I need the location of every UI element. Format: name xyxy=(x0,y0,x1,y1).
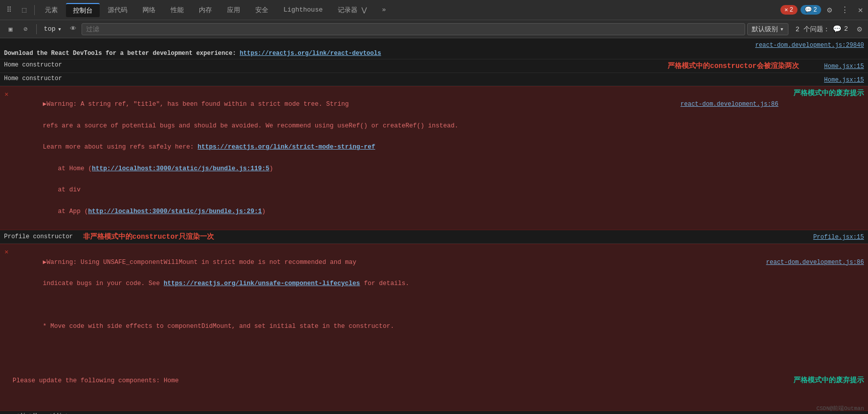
top-toolbar: ⠿ ⬚ 元素 控制台 源代码 网络 性能 内存 应用 安全 Lighthouse… xyxy=(0,0,868,20)
error-badge[interactable]: ✕ 2 xyxy=(780,5,797,15)
error1-text-3: Learn more about using refs safely here: xyxy=(43,144,198,151)
error1-annotation-container: 严格模式中的废弃提示 xyxy=(778,89,864,98)
error1-text-at2: at div xyxy=(43,186,81,193)
home-constructor-source-1[interactable]: Home.jsx:15 xyxy=(824,63,864,70)
error1-link3[interactable]: http://localhost:3000/static/js/bundle.j… xyxy=(88,208,262,215)
console-settings-icon[interactable]: ⚙ xyxy=(855,23,864,35)
error1-source[interactable]: react-dom.development.js:86 xyxy=(681,99,778,109)
tab-recorder[interactable]: 记录器 ⋁ xyxy=(331,4,374,17)
error2-triangle[interactable]: ▶ xyxy=(43,259,47,266)
home-constructor-label-2: Home constructor xyxy=(4,75,62,84)
devtools-notice-row: react-dom.development.js:29840 Download … xyxy=(0,38,868,59)
error1-text-2: refs are a source of potential bugs and … xyxy=(43,122,458,129)
context-selector[interactable]: top ▾ xyxy=(41,24,64,34)
home-constructor-right-1: 严格模式中的constructor会被渲染两次 Home.jsx:15 xyxy=(668,61,864,71)
home-constructor-label-1: Home constructor xyxy=(4,61,62,71)
issues-count: 2 xyxy=(844,25,848,33)
filter-input[interactable] xyxy=(82,23,745,35)
error1-triangle[interactable]: ▶ xyxy=(43,101,47,108)
watermark: CSDN@前端Outman xyxy=(816,404,864,412)
error1-link1[interactable]: https://reactjs.org/link/strict-mode-str… xyxy=(198,144,376,151)
more-options-icon[interactable]: ⋮ xyxy=(838,4,852,16)
error-x-icon: ✕ xyxy=(784,6,788,14)
error-block-1: ✕ ▶Warning: A string ref, "title", has b… xyxy=(0,86,868,230)
tab-lighthouse[interactable]: Lighthouse xyxy=(276,4,330,16)
error2-text-3: * Move code with side effects to compone… xyxy=(43,323,394,330)
error1-text-at3-post: ) xyxy=(262,208,266,215)
error1-text-1: Warning: A string ref, "title", has been… xyxy=(47,101,360,108)
devtools-source[interactable]: react-dom.development.js:29840 xyxy=(755,42,864,49)
chat-count: 2 xyxy=(814,7,817,14)
tab-more[interactable]: » xyxy=(375,4,393,16)
level-chevron-icon: ▾ xyxy=(780,25,784,33)
issues-label: 2 个问题： xyxy=(795,25,830,34)
devtools-message: Download the React DevTools for a better… xyxy=(4,50,381,57)
error2-source[interactable]: react-dom.development.js:86 xyxy=(766,257,864,267)
context-chevron-icon: ▾ xyxy=(57,25,61,33)
devtools-source-line: react-dom.development.js:29840 xyxy=(4,40,864,50)
error-body-2: ▶Warning: Using UNSAFE_componentWillMoun… xyxy=(13,246,864,408)
chat-icon: 💬 xyxy=(805,6,812,14)
device-toggle-icon[interactable]: ⬚ xyxy=(17,3,31,17)
console-toolbar-separator-1 xyxy=(36,24,37,34)
tab-memory[interactable]: 内存 xyxy=(192,4,219,17)
error-body-1: ▶Warning: A string ref, "title", has bee… xyxy=(13,89,778,228)
issues-badge[interactable]: 2 个问题： 💬 2 xyxy=(790,24,853,35)
tab-console[interactable]: 控制台 xyxy=(66,3,100,17)
error2-link1[interactable]: https://reactjs.org/link/unsafe-componen… xyxy=(164,280,360,287)
profile-constructor-row: Profile constructor 非严格模式中的constructor只渲… xyxy=(0,230,868,244)
error1-link2[interactable]: http://localhost:3000/static/js/bundle.j… xyxy=(92,165,270,172)
annotation-deprecation1: 严格模式中的废弃提示 xyxy=(793,89,864,98)
error-icon-1: ✕ xyxy=(3,90,11,98)
error2-text-1: Warning: Using UNSAFE_componentWillMount… xyxy=(47,259,364,266)
code-row-1: <div>Home</div> Home.jsx:9 xyxy=(0,411,868,414)
eye-icon[interactable]: 👁 xyxy=(66,23,80,36)
error-icon-2: ✕ xyxy=(3,248,11,256)
error-count: 2 xyxy=(789,7,793,14)
error2-bottom: Please update the following components: … xyxy=(13,375,864,387)
context-label: top xyxy=(44,25,55,33)
error1-text-at1-post: ) xyxy=(269,165,273,172)
profile-left: Profile constructor 非严格模式中的constructor只渲… xyxy=(4,232,214,241)
profile-constructor-label: Profile constructor xyxy=(4,233,73,240)
tab-performance[interactable]: 性能 xyxy=(164,4,191,17)
error1-text-at3-pre: at App ( xyxy=(43,208,88,215)
error2-text-2-post: for details. xyxy=(360,280,409,287)
error2-text-2-pre: indicate bugs in your code. See xyxy=(43,280,164,287)
clear-console-icon[interactable]: ⊘ xyxy=(19,23,32,36)
annotation-deprecation2: 严格模式中的废弃提示 xyxy=(753,375,864,387)
tab-elements[interactable]: 元素 xyxy=(38,4,65,17)
console-content: react-dom.development.js:29840 Download … xyxy=(0,38,868,414)
error1-text-at1-pre: at Home ( xyxy=(43,165,92,172)
issues-chat-icon: 💬 xyxy=(833,25,841,33)
home-constructor-source-2[interactable]: Home.jsx:15 xyxy=(824,77,864,84)
annotation-non-strict: 非严格模式中的constructor只渲染一次 xyxy=(83,232,214,241)
error2-text-4: Please update the following components: … xyxy=(13,376,179,386)
home-constructor-row-1: Home constructor 严格模式中的constructor会被渲染两次… xyxy=(0,59,868,73)
toolbar-right: ✕ 2 💬 2 ⚙ ⋮ ✕ xyxy=(780,4,866,16)
tab-security[interactable]: 安全 xyxy=(248,4,275,17)
level-selector[interactable]: 默认级别 ▾ xyxy=(747,23,788,35)
toolbar-separator-1 xyxy=(34,5,35,15)
devtools-menu-icon[interactable]: ⠿ xyxy=(2,3,16,17)
error-block-2-inner: ✕ ▶Warning: Using UNSAFE_componentWillMo… xyxy=(0,244,868,410)
annotation-strict-constructor: 严格模式中的constructor会被渲染两次 xyxy=(668,61,799,71)
tab-application[interactable]: 应用 xyxy=(220,4,247,17)
tab-sources[interactable]: 源代码 xyxy=(101,4,134,17)
code1-label: <div>Home</div> xyxy=(15,412,69,414)
sidebar-toggle-icon[interactable]: ▣ xyxy=(4,23,17,36)
profile-constructor-source[interactable]: Profile.jsx:15 xyxy=(813,234,864,241)
level-label: 默认级别 xyxy=(752,25,778,34)
home-constructor-row-2: Home constructor Home.jsx:15 xyxy=(0,73,868,86)
console-toolbar: ▣ ⊘ top ▾ 👁 默认级别 ▾ 2 个问题： 💬 2 ⚙ xyxy=(0,20,868,38)
chat-badge[interactable]: 💬 2 xyxy=(801,5,821,15)
close-devtools-icon[interactable]: ✕ xyxy=(855,4,866,16)
devtools-link[interactable]: https://reactjs.org/link/react-devtools xyxy=(240,50,381,57)
devtools-msg-pre: Download the React DevTools for a better… xyxy=(4,50,240,57)
error-block-1-inner: ✕ ▶Warning: A string ref, "title", has b… xyxy=(0,87,868,230)
error-block-2: ✕ ▶Warning: Using UNSAFE_componentWillMo… xyxy=(0,244,868,410)
tab-network[interactable]: 网络 xyxy=(135,4,163,17)
settings-icon[interactable]: ⚙ xyxy=(824,4,835,16)
